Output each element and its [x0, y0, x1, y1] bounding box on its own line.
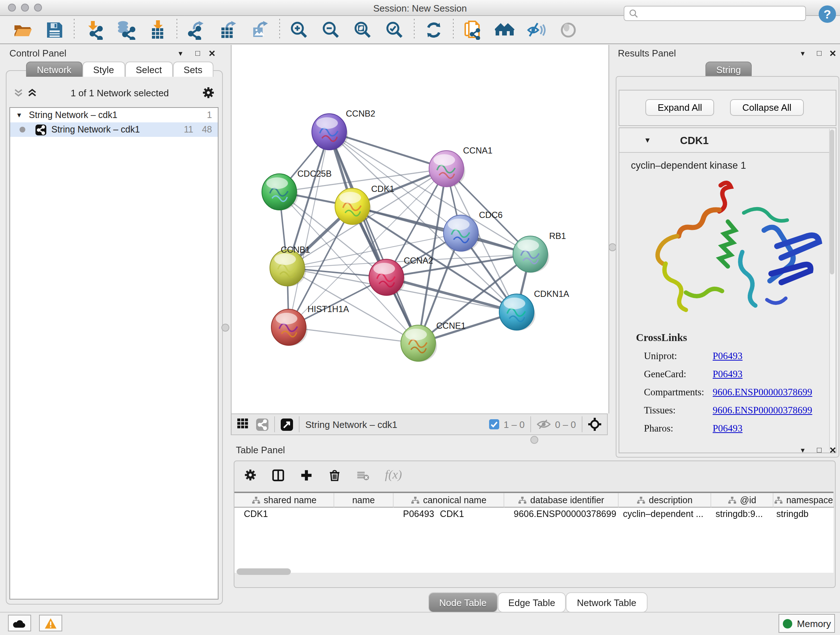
gear-icon[interactable] [202, 87, 214, 98]
table-panel-float-icon[interactable]: □ [817, 445, 821, 454]
detach-view-icon[interactable] [281, 418, 293, 431]
node-CCNB2[interactable] [312, 114, 348, 150]
open-session-button[interactable] [13, 20, 33, 40]
table-cell[interactable]: cyclin–dependent ... [623, 509, 711, 521]
collection-expander-icon[interactable]: ▼ [16, 111, 22, 119]
import-network-database-button[interactable] [116, 20, 135, 40]
network-collection-row[interactable]: ▼ String Network – cdk1 1 [10, 108, 218, 122]
table-cell[interactable]: stringdb:9... [715, 509, 774, 521]
edge-HIST1H1A-CCNE1[interactable] [289, 327, 418, 343]
edge-CCNB2-HIST1H1A[interactable] [289, 132, 329, 327]
tab-style[interactable]: Style [82, 62, 125, 77]
delete-column-icon[interactable] [328, 469, 341, 481]
table-panel-menu-icon[interactable]: ▼ [799, 447, 806, 454]
crosslink-link[interactable]: 9606.ENSP00000378699 [713, 386, 812, 398]
help-button[interactable]: ? [818, 4, 837, 24]
right-splitter-handle[interactable] [608, 243, 616, 251]
zoom-out-button[interactable] [321, 20, 341, 40]
search-input[interactable] [639, 8, 805, 19]
results-panel-float-icon[interactable]: □ [817, 49, 821, 57]
left-splitter-handle[interactable] [221, 324, 229, 332]
gene-expander-icon[interactable]: ▼ [644, 136, 651, 144]
node-HIST1H1A[interactable] [271, 309, 308, 346]
bottom-splitter-handle[interactable] [531, 436, 538, 444]
control-panel-float-icon[interactable]: □ [195, 49, 200, 57]
export-network-button[interactable] [187, 20, 206, 40]
show-columns-icon[interactable] [272, 469, 284, 481]
grid-view-icon[interactable] [237, 418, 249, 430]
table-cell[interactable]: CDK1 [244, 509, 334, 521]
add-column-icon[interactable] [300, 469, 313, 481]
tab-edge-table[interactable]: Edge Table [497, 592, 566, 613]
import-network-file-button[interactable] [84, 20, 103, 40]
crosslink-link[interactable]: P06493 [713, 350, 743, 362]
zoom-in-button[interactable] [289, 20, 309, 40]
gene-section-header[interactable]: ▼ CDK1 [619, 128, 836, 153]
hide-details-button[interactable] [527, 20, 546, 40]
zoom-fit-button[interactable] [353, 20, 373, 40]
warnings-button[interactable] [39, 615, 62, 631]
network-canvas[interactable]: CCNB2 CCNA1 CDC25B CDK1 CDC6 RB1 CCNB1 C… [231, 45, 609, 413]
tab-network[interactable]: Network [26, 62, 82, 77]
collapse-all-icon[interactable] [14, 88, 23, 97]
table-cell[interactable]: 9606.ENSP00000378699 [514, 509, 619, 521]
search-box[interactable] [624, 6, 806, 21]
table-settings-icon[interactable] [245, 469, 256, 481]
network-graph[interactable]: CCNB2 CCNA1 CDC25B CDK1 CDC6 RB1 CCNB1 C… [232, 45, 608, 413]
import-table-button[interactable] [148, 20, 167, 40]
table-cell[interactable]: stringdb [776, 509, 834, 521]
control-panel-close-icon[interactable]: ✕ [208, 49, 216, 59]
column-header-namespace[interactable]: namespace [774, 493, 834, 508]
export-table-button[interactable] [218, 20, 238, 40]
table-panel-close-icon[interactable]: ✕ [829, 445, 836, 455]
column-header-name[interactable]: name [334, 493, 393, 508]
node-CDC25B[interactable] [262, 174, 298, 211]
share-view-icon[interactable] [256, 418, 268, 431]
node-CCNA1[interactable] [429, 150, 465, 187]
memory-button[interactable]: Memory [778, 614, 835, 633]
crosslink-link[interactable]: P06493 [713, 369, 743, 380]
node-CCNA2[interactable] [369, 259, 405, 296]
birdseye-icon[interactable] [588, 418, 601, 431]
cloud-button[interactable] [8, 615, 31, 631]
refresh-network-button[interactable] [424, 20, 444, 40]
clipboard-import-button[interactable] [463, 20, 483, 40]
hidden-eye-icon[interactable] [537, 419, 551, 429]
expand-all-icon[interactable] [27, 88, 37, 97]
collapse-all-button[interactable]: Collapse All [730, 99, 804, 116]
function-builder-icon[interactable]: f(x) [385, 468, 402, 482]
tab-node-table[interactable]: Node Table [428, 592, 497, 613]
results-panel-close-icon[interactable]: ✕ [829, 49, 836, 59]
node-RB1[interactable] [513, 236, 549, 272]
crosslink-link[interactable]: 9606.ENSP00000378699 [713, 405, 812, 416]
edge-CDK1-RB1[interactable] [352, 206, 531, 254]
node-table[interactable]: shared namenamecanonical namedatabase id… [234, 492, 834, 573]
column-header-database-identifier[interactable]: database identifier [504, 493, 619, 508]
edge-CCNA2-CDKN1A[interactable] [386, 277, 516, 312]
tab-select[interactable]: Select [125, 62, 172, 77]
results-panel-menu-icon[interactable]: ▼ [799, 50, 806, 57]
node-CDKN1A[interactable] [499, 294, 535, 331]
node-CDK1[interactable] [335, 188, 371, 225]
table-hscrollbar-thumb[interactable] [237, 568, 291, 575]
control-panel-menu-icon[interactable]: ▼ [177, 50, 184, 57]
tab-network-table[interactable]: Network Table [566, 592, 647, 613]
zoom-selected-button[interactable] [385, 20, 404, 40]
column-header--id[interactable]: @id [711, 493, 774, 508]
home-button[interactable] [495, 20, 515, 40]
selected-checkbox-icon[interactable] [489, 419, 499, 429]
save-session-button[interactable] [45, 20, 65, 40]
tab-sets[interactable]: Sets [172, 62, 213, 77]
column-header-shared-name[interactable]: shared name [234, 493, 334, 508]
column-header-canonical-name[interactable]: canonical name [393, 493, 504, 508]
results-scrollbar-thumb[interactable] [830, 130, 834, 274]
edge-CCNA1-HIST1H1A[interactable] [289, 169, 447, 327]
tab-string[interactable]: String [706, 62, 752, 77]
crosslink-link[interactable]: P06493 [713, 423, 743, 434]
node-CCNE1[interactable] [401, 325, 437, 362]
delete-table-icon[interactable] [357, 469, 369, 481]
network-row-selected[interactable]: String Network – cdk1 11 48 [10, 122, 218, 137]
expand-all-button[interactable]: Expand All [645, 99, 714, 116]
export-image-button[interactable] [250, 20, 270, 40]
show-details-button[interactable] [559, 20, 578, 40]
